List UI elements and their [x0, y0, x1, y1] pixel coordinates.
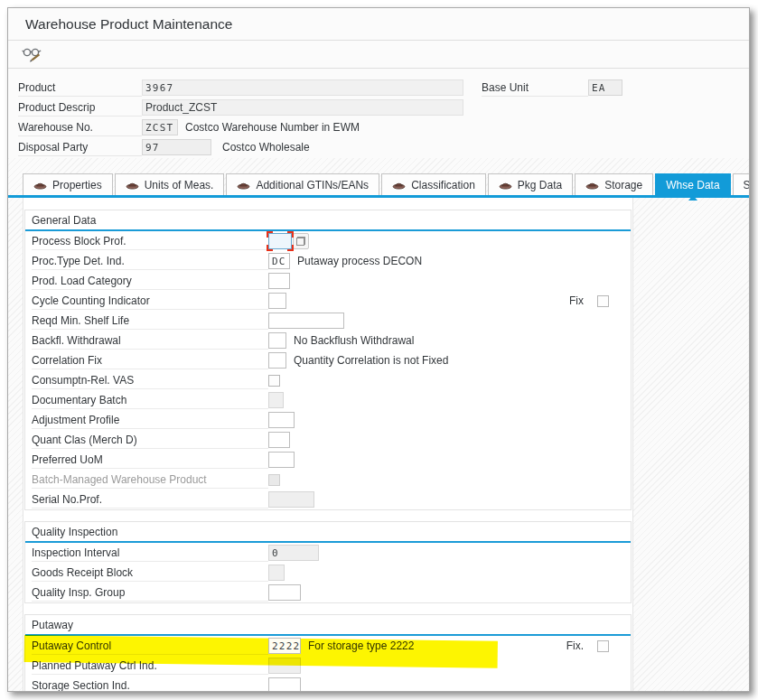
field-label: Goods Receipt Block [32, 564, 268, 582]
form-row: Serial No.Prof. [25, 490, 631, 509]
field-description: No Backflush Withdrawal [294, 334, 414, 347]
form-row: Proc.Type Det. Ind. DC Putaway process D… [25, 251, 631, 271]
object-tab-icon [499, 180, 512, 190]
adjustment-profile-field[interactable] [268, 412, 295, 428]
tab-label: Additional GTINs/EANs [256, 179, 369, 191]
storage-section-ind-field[interactable] [268, 677, 301, 692]
field-description: Quantity Correlation is not Fixed [294, 354, 448, 367]
object-tab-icon [392, 180, 406, 190]
field-label: Preferred UoM [32, 451, 268, 469]
tab-strip: Properties Units of Meas. Additional GTI… [8, 172, 749, 195]
form-row: Product 3967 Base Unit EA [8, 78, 749, 98]
prod-load-category-field[interactable] [268, 273, 290, 289]
field-label: Documentary Batch [32, 391, 268, 409]
title-bar: Warehouse Product Maintenance [8, 8, 749, 41]
object-tab-icon [237, 180, 250, 190]
focus-corner [267, 245, 273, 251]
field-label: Proc.Type Det. Ind. [32, 252, 268, 270]
field-label: Product [18, 79, 142, 97]
documentary-batch-field [268, 392, 284, 408]
fix-checkbox[interactable] [597, 640, 609, 652]
field-description: Costco Wholesale [222, 141, 310, 154]
tab-storage[interactable]: Storage [575, 173, 653, 195]
focus-corner [267, 231, 273, 238]
form-row: Prod. Load Category [25, 271, 631, 291]
display-change-glasses-icon [22, 46, 42, 62]
form-row: Process Block Prof. [25, 231, 631, 251]
field-description: For storage type 2222 [308, 639, 414, 652]
disposal-party-field[interactable]: 97 [142, 139, 211, 155]
cycle-counting-indicator-field[interactable] [268, 293, 286, 309]
serial-no-prof-field [268, 491, 314, 508]
group-title: General Data [25, 210, 631, 229]
tab-content-region: Properties Units of Meas. Additional GTI… [8, 158, 749, 691]
field-label: Putaway Control [32, 637, 268, 655]
field-description: Costco Warehouse Number in EWM [185, 121, 360, 134]
goods-receipt-block-field [268, 565, 285, 581]
base-unit-field[interactable]: EA [588, 79, 622, 96]
form-row: Batch-Managed Warehouse Product [25, 470, 631, 490]
field-label: Inspection Interval [32, 544, 268, 562]
field-label: Prod. Load Category [32, 272, 268, 290]
tab-label: Slo... [744, 179, 750, 191]
form-row: Preferred UoM [25, 450, 631, 470]
fix-checkbox[interactable] [597, 295, 609, 307]
page-title: Warehouse Product Maintenance [25, 16, 232, 33]
header-form: Product 3967 Base Unit EA Product Descri… [8, 69, 749, 157]
object-tab-icon [585, 180, 599, 190]
product-field[interactable]: 3967 [142, 79, 463, 96]
backfl-withdrawal-field[interactable] [268, 332, 286, 349]
field-label: Backfl. Withdrawal [32, 331, 268, 350]
quant-clas-merch-d-field[interactable] [268, 432, 290, 448]
field-label: Quant Clas (Merch D) [32, 431, 268, 449]
quality-insp-group-field[interactable] [268, 584, 301, 601]
group-general-data: General Data Process Block Prof. Proc.Ty… [24, 210, 632, 510]
field-label: Reqd Min. Shelf Life [32, 312, 268, 330]
form-row: Reqd Min. Shelf Life [25, 311, 631, 331]
field-label: Process Block Prof. [32, 232, 268, 250]
field-label: Product Descrip [18, 98, 142, 117]
tab-additional-gtins-eans[interactable]: Additional GTINs/EANs [226, 173, 379, 195]
tab-units-of-meas[interactable]: Units of Meas. [115, 173, 225, 195]
proc-type-det-ind-field[interactable]: DC [268, 253, 290, 269]
form-row: Goods Receipt Block [25, 563, 631, 583]
form-row: Backfl. Withdrawal No Backflush Withdraw… [25, 331, 631, 350]
tab-label: Units of Meas. [145, 179, 214, 191]
product-description-field[interactable]: Product_ZCST [142, 99, 463, 116]
warehouse-number-field[interactable]: ZCST [142, 119, 178, 135]
whse-data-panel: General Data Process Block Prof. Proc.Ty… [23, 198, 633, 692]
correlation-fix-field[interactable] [268, 352, 286, 369]
form-row: Putaway Control 2222 For storage type 22… [25, 636, 631, 656]
tab-label: Pkg Data [518, 179, 562, 191]
field-label: Serial No.Prof. [32, 490, 268, 509]
form-row: Documentary Batch [25, 390, 631, 410]
display-change-button[interactable] [21, 43, 42, 65]
field-label: Disposal Party [18, 138, 142, 156]
field-label: Warehouse No. [18, 118, 142, 136]
tab-whse-data[interactable]: Whse Data [655, 173, 730, 195]
form-row: Inspection Interval 0 [25, 543, 631, 563]
tab-slotting-overflow[interactable]: Slo... [733, 173, 750, 195]
field-label: Base Unit [482, 79, 588, 97]
tab-pkg-data[interactable]: Pkg Data [488, 173, 573, 195]
tab-classification[interactable]: Classification [381, 173, 486, 195]
form-row: Adjustment Profile [25, 410, 631, 430]
application-toolbar [8, 41, 749, 69]
tab-label: Whse Data [666, 179, 719, 191]
group-quality-inspection: Quality Inspection Inspection Interval 0… [24, 521, 632, 603]
tab-properties[interactable]: Properties [23, 173, 113, 195]
putaway-control-field[interactable]: 2222 [268, 638, 301, 654]
field-label: Cycle Counting Indicator [32, 292, 268, 310]
form-row: Product Descrip Product_ZCST [8, 98, 749, 117]
field-label: Consumptn-Rel. VAS [32, 371, 268, 389]
form-row: Planned Putaway Ctrl Ind. [25, 656, 631, 676]
consumptn-rel-vas-checkbox[interactable] [268, 375, 280, 387]
fix-label: Fix. [566, 639, 584, 652]
possible-entries-icon[interactable] [293, 233, 309, 249]
reqd-min-shelf-life-field[interactable] [268, 313, 344, 329]
object-tab-icon [126, 180, 139, 190]
preferred-uom-field[interactable] [268, 452, 295, 468]
focus-corner [287, 231, 294, 238]
group-title: Putaway [25, 615, 631, 634]
form-row: Correlation Fix Quantity Correlation is … [25, 350, 631, 370]
